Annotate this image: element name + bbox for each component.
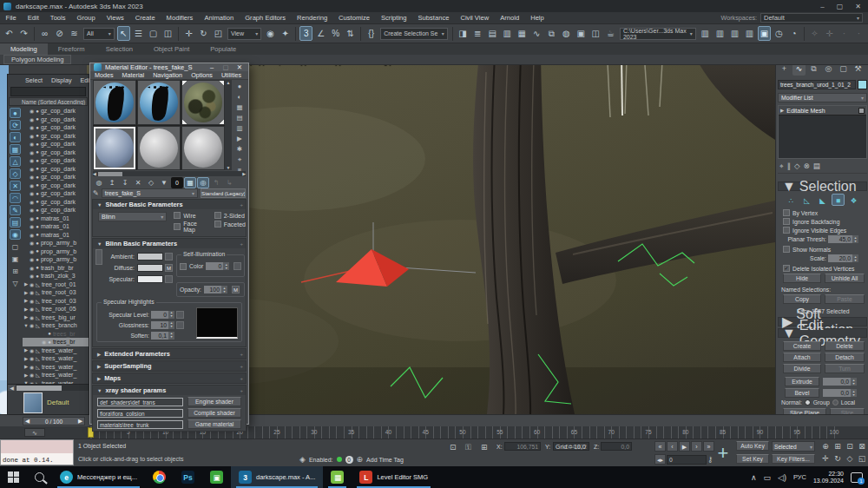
select-and-link-icon[interactable]: ∞ [38,26,51,41]
explorer-row-prop-army-b[interactable]: ◉●prop_army_b [23,239,89,247]
visibility-eye-icon[interactable]: ◉ [30,190,34,196]
explorer-row-trash-btr-br[interactable]: ◉●trash_btr_br [23,264,89,273]
explorer-filter-icon-4[interactable]: ▦ [10,144,21,155]
mini-curve-editor-button[interactable]: ∿ [24,428,45,437]
window-titlebar[interactable]: darkscape.max - Autodesk 3ds Max 2023 – … [0,0,868,12]
paste-named-selection-button[interactable]: Paste [825,294,865,304]
workspaces-dropdown[interactable]: Default▾ [760,13,863,23]
pick-material-eyedropper-icon[interactable]: ✎ [93,189,99,197]
xray-material-field[interactable]: materials\tree_trunk [97,420,183,429]
explorer-menu-display[interactable]: Display [48,76,76,84]
self-illumination-map-button[interactable] [233,262,241,270]
rollout-header[interactable]: ▶ Extended Parameters + [93,349,246,359]
schematic-view-icon[interactable]: ⧉ [545,26,558,41]
background-icon[interactable]: ▦ [233,102,246,112]
menu-scripting[interactable]: Scripting [375,14,412,22]
explorer-row-trash-zlok-3[interactable]: ◉●trash_zlok_3 [23,272,89,280]
sample-horizontal-scrollbar[interactable]: ◀ ▶ [93,171,246,176]
close-button[interactable]: ✕ [855,3,861,10]
zoom-region-icon[interactable]: ⊠ [856,440,868,452]
visibility-eye-icon[interactable]: ◉ [30,355,34,361]
explorer-row-tree-root-05[interactable]: ▶◉◺tree_root_05 [23,305,89,313]
vertex-subobject-icon[interactable]: ∴ [785,194,798,206]
explorer-filter-icon-1[interactable]: ● [10,108,21,118]
select-by-material-icon[interactable]: ⌖ [233,155,246,164]
explorer-horizontal-scrollbar[interactable]: ◀ [8,384,89,391]
copy-named-selection-button[interactable]: Copy [783,294,821,304]
expand-arrow-icon[interactable]: ▶ [780,108,784,113]
make-preview-icon[interactable]: ▶ [233,134,246,143]
scroll-right-icon[interactable]: ▶ [242,171,246,176]
delete-isolated-vertices-checkbox[interactable] [783,265,790,272]
material-sample-slot-3[interactable] [181,80,225,125]
object-name-field[interactable]: trees_branch_urod_1_01_2 [778,80,856,89]
explorer-row-gz-cop-dark[interactable]: ◉●gz_cop_dark [23,140,89,148]
visibility-eye-icon[interactable]: ◉ [30,298,34,304]
me-menu-material[interactable]: Material [118,71,149,79]
explorer-filter-icon-2[interactable]: ⟳ [10,120,21,130]
explorer-row-trees-br[interactable]: ◉●trees_br [23,338,89,346]
maximize-viewport-icon[interactable]: ◱ [856,452,868,465]
selection-filter-dropdown[interactable]: All▾ [83,28,115,40]
explorer-row-gz-cop-dark[interactable]: ◉●gz_cop_dark [23,123,89,132]
normal-group-radio[interactable] [805,399,811,406]
explorer-menu-select[interactable]: Select [22,76,46,84]
extrude-spinner[interactable]: 0,0▲▼ [823,378,857,386]
absolute-offset-mode-icon[interactable]: ⊞ [481,443,488,452]
zoom-icon[interactable]: ⊕ [819,440,832,452]
edge-subobject-icon[interactable]: ◺ [800,194,813,206]
unhide-all-button[interactable]: Unhide All [825,274,865,283]
extrude-button[interactable]: Extrude [785,377,819,386]
ribbon-panel-polygon-modeling[interactable]: Polygon Modeling [3,55,71,64]
unlink-selection-icon[interactable]: ⊘ [53,26,66,41]
me-menu-utilities[interactable]: Utilities [217,71,246,79]
start-button[interactable] [0,466,27,488]
normal-local-radio[interactable] [832,399,838,406]
material-editor-options-icon[interactable]: ✱ [233,144,246,154]
taskbar-level-editor[interactable]: LLevel Editor SMG [352,466,436,488]
material-editor-titlebar[interactable]: Material Editor - trees_fake_S – ▢ ✕ [90,63,248,71]
taskbar-3dsmax[interactable]: 3darkscape.max - A... [231,466,323,488]
file-new-icon[interactable]: ▥ [743,26,756,41]
hide-button[interactable]: Hide [783,274,821,283]
compile-shader-button[interactable]: Compile shader [187,408,241,418]
time-configuration-icon[interactable]: ◷ [773,26,786,41]
go-to-parent-icon[interactable]: ↰ [210,177,222,188]
explorer-row-prop-army-b[interactable]: ◉●prop_army_b [23,255,89,264]
menu-group[interactable]: Group [71,14,101,22]
material-sample-slot-5[interactable] [137,126,181,171]
current-frame-field[interactable]: 0 [667,455,707,465]
show-end-result-stack-icon[interactable]: ∥ [787,162,791,171]
material-sample-slot-4[interactable] [93,126,136,171]
visibility-eye-icon[interactable]: ◉ [30,141,34,147]
isolate-selection-toggle-icon[interactable]: ▣ [758,26,771,41]
material-id-channel-icon[interactable]: 0 [171,177,183,188]
self-illumination-spinner[interactable]: 0 ▲▼ [206,262,229,270]
by-vertex-checkbox[interactable] [783,209,790,216]
element-subobject-icon[interactable]: ❖ [847,194,860,206]
material-sample-slot-1[interactable] [93,80,136,125]
visibility-eye-icon[interactable]: ◉ [42,339,46,345]
explorer-filter-icon-11[interactable]: ◉ [10,229,21,240]
shader-type-dropdown[interactable]: Blinn▾ [98,212,167,221]
next-frame-button[interactable]: › [691,441,702,452]
visibility-eye-icon[interactable]: ◉ [30,248,34,254]
visibility-eye-icon[interactable]: ◉ [30,322,34,328]
rendered-frame-window-icon[interactable]: ◫ [589,26,602,41]
extra-dot-1-icon[interactable]: · [838,26,851,41]
menu-substance[interactable]: Substance [412,14,455,22]
set-key-button[interactable]: Set Key [736,454,769,464]
auto-key-button[interactable]: Auto Key [736,441,769,451]
visibility-eye-icon[interactable]: ◉ [30,174,34,180]
modifier-stack-row[interactable]: ▶ Editable Mesh [779,106,866,115]
menu-create[interactable]: Create [129,14,161,22]
visibility-eye-icon[interactable]: ◉ [30,133,34,139]
opacity-map-button[interactable]: M [232,286,240,293]
pan-icon[interactable]: ✛ [819,452,832,465]
put-to-library-icon[interactable]: ▼ [158,177,170,188]
make-material-copy-icon[interactable]: ◇ [145,177,157,188]
visibility-eye-icon[interactable]: ◉ [30,372,34,378]
rollout-header[interactable]: ▶ SuperSampling + [93,361,246,371]
visibility-eye-icon[interactable]: ◉ [30,149,34,155]
select-and-manipulate-icon[interactable]: ✦ [279,26,292,41]
